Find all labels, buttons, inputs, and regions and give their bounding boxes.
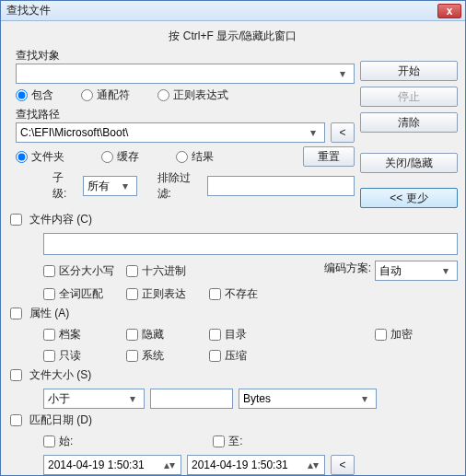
shortcut-hint: 按 Ctrl+F 显示/隐藏此窗口 (8, 27, 458, 48)
date-from-field[interactable]: 2014-04-19 1:50:31 ▴▾ (43, 455, 181, 475)
date-section-checkbox[interactable] (10, 414, 22, 426)
scope-result-radio[interactable]: 结果 (176, 149, 214, 165)
chevron-down-icon: ▾ (357, 392, 372, 405)
sublevels-label: 子级: (52, 170, 76, 202)
chevron-down-icon: ▾ (125, 392, 140, 405)
stop-button[interactable]: 停止 (360, 87, 458, 107)
search-target-combo[interactable]: ▾ (16, 64, 355, 84)
whole-word-checkbox[interactable]: 全词匹配 (43, 286, 126, 302)
clear-button[interactable]: 清除 (360, 112, 458, 133)
size-section-checkbox[interactable] (10, 369, 22, 381)
attrs-section-title: 属性 (A) (29, 306, 69, 321)
mode-regex-radio[interactable]: 正则表达式 (157, 87, 228, 103)
attr-hidden-checkbox[interactable]: 隐藏 (126, 327, 209, 342)
size-unit-combo[interactable]: Bytes ▾ (239, 389, 377, 409)
exclude-label: 排除过滤: (157, 170, 200, 202)
chevron-down-icon: ▾ (438, 264, 453, 277)
start-button[interactable]: 开始 (360, 61, 458, 81)
browse-path-button[interactable]: < (331, 122, 355, 143)
window-title: 查找文件 (5, 3, 437, 18)
chevron-down-icon: ▾ (335, 67, 350, 80)
search-path-combo[interactable]: C:\EFI\Microsoft\Boot\ ▾ (16, 122, 325, 143)
date-from-checkbox[interactable]: 始: (43, 434, 73, 449)
encoding-combo[interactable]: 自动 ▾ (375, 261, 458, 281)
scope-cache-radio[interactable]: 缓存 (101, 149, 139, 165)
case-checkbox[interactable]: 区分大小写 (43, 261, 126, 281)
content-input[interactable] (43, 233, 458, 255)
attr-compressed-checkbox[interactable]: 压缩 (209, 348, 292, 364)
window-close-button[interactable]: x (437, 4, 461, 18)
content-regex-checkbox[interactable]: 正则表达 (126, 286, 209, 302)
date-to-checkbox[interactable]: 至: (213, 434, 242, 449)
attrs-section-checkbox[interactable] (10, 308, 22, 319)
spinner-icon: ▴▾ (306, 459, 320, 471)
date-picker-button[interactable]: < (331, 455, 355, 475)
content-section-title: 文件内容 (C) (29, 212, 92, 227)
close-hide-button[interactable]: 关闭/隐藏 (360, 153, 458, 173)
reset-button[interactable]: 重置 (303, 146, 355, 167)
exclude-filter-input[interactable] (207, 176, 355, 196)
size-value-input[interactable] (150, 389, 233, 409)
sublevels-combo[interactable]: 所有 ▾ (83, 176, 137, 196)
less-options-button[interactable]: << 更少 (360, 188, 458, 208)
attr-system-checkbox[interactable]: 系统 (126, 348, 209, 364)
close-icon: x (447, 6, 453, 17)
chevron-down-icon: ▾ (306, 126, 320, 139)
not-exist-checkbox[interactable]: 不存在 (209, 286, 292, 302)
search-path-value: C:\EFI\Microsoft\Boot\ (20, 126, 306, 139)
titlebar: 查找文件 x (1, 1, 465, 21)
mode-wildcard-radio[interactable]: 通配符 (81, 87, 130, 103)
size-section-title: 文件大小 (S) (29, 367, 91, 383)
attr-archive-checkbox[interactable]: 档案 (43, 327, 126, 342)
spinner-icon: ▴▾ (162, 459, 177, 471)
hex-checkbox[interactable]: 十六进制 (126, 261, 209, 281)
size-op-combo[interactable]: 小于 ▾ (43, 389, 145, 409)
content-section-checkbox[interactable] (10, 214, 22, 226)
date-section-title: 匹配日期 (D) (29, 412, 92, 428)
mode-contains-radio[interactable]: 包含 (16, 87, 53, 103)
attr-readonly-checkbox[interactable]: 只读 (43, 348, 126, 364)
date-to-field[interactable]: 2014-04-19 1:50:31 ▴▾ (187, 455, 325, 475)
attr-directory-checkbox[interactable]: 目录 (209, 327, 292, 342)
encoding-label: 编码方案: (292, 261, 375, 281)
scope-folder-radio[interactable]: 文件夹 (16, 149, 64, 165)
search-path-label: 查找路径 (8, 107, 355, 122)
attr-encrypted-checkbox[interactable]: 加密 (375, 327, 458, 342)
chevron-down-icon: ▾ (118, 180, 133, 192)
search-target-label: 查找对象 (8, 48, 355, 64)
